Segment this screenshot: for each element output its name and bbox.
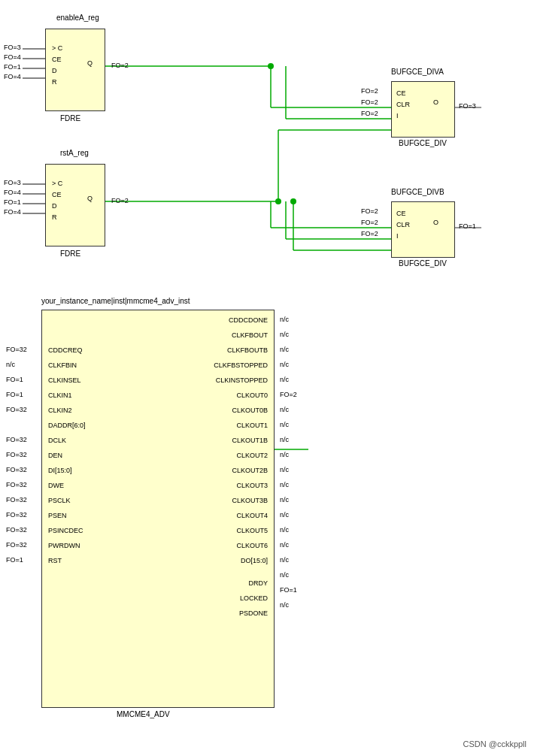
mmcme4-CLKIN1: CLKIN1 bbox=[48, 392, 72, 399]
mmcme4-r-nc3: n/c bbox=[280, 346, 289, 353]
enableA-Q-port: Q bbox=[87, 59, 93, 67]
mmcme4-CLKOUT2B: CLKOUT2B bbox=[232, 467, 268, 474]
mmcme4-DI: DI[15:0] bbox=[48, 467, 72, 474]
mmcme4-r-nc12: n/c bbox=[280, 496, 289, 503]
mmcme4-CLKOUT2: CLKOUT2 bbox=[236, 452, 268, 459]
enableA-reg-box: > C CE D R Q bbox=[45, 29, 105, 111]
rstA-R-port: R bbox=[52, 213, 57, 221]
bufgce-divb-I: I bbox=[396, 232, 399, 240]
mmcme4-l-fo13: FO=1 bbox=[6, 556, 23, 564]
mmcme4-CLKOUT4: CLKOUT4 bbox=[236, 512, 268, 519]
mmcme4-r-nc2: n/c bbox=[280, 331, 289, 338]
rstA-fo4: FO=4 bbox=[4, 208, 21, 216]
mmcme4-DO: DO[15:0] bbox=[241, 557, 268, 564]
bufgce-diva-I: I bbox=[396, 112, 399, 119]
mmcme4-sublabel: MMCME4_ADV bbox=[117, 710, 170, 718]
rstA-CE-port: CE bbox=[52, 191, 62, 198]
enableA-fo1: FO=3 bbox=[4, 44, 21, 51]
bufgce-diva-CE: CE bbox=[396, 89, 406, 97]
divb-fo3: FO=2 bbox=[361, 230, 378, 237]
mmcme4-CLKFBOUTB: CLKFBOUTB bbox=[227, 346, 268, 354]
rstA-reg-title: rstA_reg bbox=[60, 149, 89, 157]
diagram-container: enableA_reg > C CE D R Q FDRE FO=3 FO=4 … bbox=[0, 0, 534, 756]
mmcme4-r-nc10: n/c bbox=[280, 466, 289, 473]
enableA-fdre-label: FDRE bbox=[60, 114, 80, 122]
svg-point-7 bbox=[275, 198, 281, 204]
rstA-fo-q: FO=2 bbox=[111, 197, 129, 204]
mmcme4-CLKOUT3: CLKOUT3 bbox=[236, 482, 268, 489]
rstA-reg-box: > C CE D R Q bbox=[45, 164, 105, 246]
rstA-fdre-label: FDRE bbox=[60, 249, 80, 258]
mmcme4-CLKOUT6: CLKOUT6 bbox=[236, 542, 268, 549]
svg-point-1 bbox=[268, 63, 274, 69]
mmcme4-r-nc4: n/c bbox=[280, 361, 289, 368]
mmcme4-r-nc7: n/c bbox=[280, 421, 289, 428]
mmcme4-r-nc11: n/c bbox=[280, 481, 289, 488]
rstA-C-port: > C bbox=[52, 180, 62, 187]
enableA-D-port: D bbox=[52, 67, 57, 74]
mmcme4-r-nc8: n/c bbox=[280, 436, 289, 443]
mmcme4-r-nc6: n/c bbox=[280, 406, 289, 413]
svg-point-15 bbox=[290, 198, 296, 204]
rstA-fo1: FO=3 bbox=[4, 179, 21, 186]
mmcme4-PSDONE: PSDONE bbox=[239, 609, 268, 617]
diva-fo1: FO=2 bbox=[361, 87, 378, 95]
mmcme4-PSCLK: PSCLK bbox=[48, 497, 71, 504]
mmcme4-CLKFBSTOPPED: CLKFBSTOPPED bbox=[214, 361, 268, 369]
bufgce-diva-O: O bbox=[433, 98, 438, 106]
diva-fo2: FO=2 bbox=[361, 98, 378, 106]
mmcme4-l-fo6: FO=32 bbox=[6, 451, 27, 458]
mmcme4-r-nc5: n/c bbox=[280, 376, 289, 383]
enableA-fo2: FO=4 bbox=[4, 53, 21, 61]
rstA-D-port: D bbox=[52, 202, 57, 210]
bufgce-divb-box: CE CLR I O bbox=[391, 201, 455, 258]
mmcme4-box: CDDCREQ CLKFBIN CLKINSEL CLKIN1 CLKIN2 D… bbox=[41, 310, 275, 708]
mmcme4-l-fo1: FO=32 bbox=[6, 346, 27, 353]
mmcme4-instance-label: your_instance_name|inst|mmcme4_adv_inst bbox=[41, 297, 190, 305]
mmcme4-l-fo5: FO=32 bbox=[6, 436, 27, 443]
mmcme4-l-fo12: FO=32 bbox=[6, 541, 27, 549]
bufgce-diva-title: BUFGCE_DIVA bbox=[391, 68, 444, 76]
enableA-CE-port: CE bbox=[52, 56, 62, 63]
enableA-fo-q: FO=2 bbox=[111, 62, 129, 69]
divb-fo-out: FO=1 bbox=[459, 222, 476, 230]
mmcme4-CLKINSEL: CLKINSEL bbox=[48, 376, 81, 384]
mmcme4-CLKINSTOPPED: CLKINSTOPPED bbox=[216, 376, 268, 384]
mmcme4-r-fo2: FO=2 bbox=[280, 391, 297, 398]
rstA-fo2: FO=4 bbox=[4, 189, 21, 196]
bufgce-divb-CE: CE bbox=[396, 210, 406, 217]
mmcme4-DRDY: DRDY bbox=[248, 579, 268, 587]
mmcme4-DADDR: DADDR[6:0] bbox=[48, 422, 86, 429]
mmcme4-l-fo7: FO=32 bbox=[6, 466, 27, 473]
mmcme4-CLKFBOUT: CLKFBOUT bbox=[232, 331, 268, 339]
mmcme4-DCLK: DCLK bbox=[48, 437, 66, 444]
watermark: CSDN @cckkppll bbox=[463, 739, 526, 748]
mmcme4-l-fo2: FO=1 bbox=[6, 376, 23, 383]
bufgce-diva-box: CE CLR I O bbox=[391, 81, 455, 138]
mmcme4-CLKOUT1: CLKOUT1 bbox=[236, 422, 268, 429]
mmcme4-CLKFBIN: CLKFBIN bbox=[48, 361, 77, 369]
mmcme4-CLKOUT1B: CLKOUT1B bbox=[232, 437, 268, 444]
mmcme4-CLKOUT3B: CLKOUT3B bbox=[232, 497, 268, 504]
diva-fo-out: FO=3 bbox=[459, 102, 476, 110]
mmcme4-r-nc15: n/c bbox=[280, 541, 289, 549]
mmcme4-DWE: DWE bbox=[48, 482, 64, 489]
enableA-fo4: FO=4 bbox=[4, 73, 21, 80]
rstA-Q-port: Q bbox=[87, 195, 93, 202]
bufgce-diva-CLR: CLR bbox=[396, 101, 410, 108]
mmcme4-CLKOUT0: CLKOUT0 bbox=[236, 392, 268, 399]
divb-fo2: FO=2 bbox=[361, 219, 378, 226]
mmcme4-RST: RST bbox=[48, 557, 62, 564]
mmcme4-l-fo3: FO=1 bbox=[6, 391, 23, 398]
bufgce-diva-sublabel: BUFGCE_DIV bbox=[399, 139, 447, 147]
mmcme4-PSEN: PSEN bbox=[48, 512, 67, 519]
bufgce-divb-sublabel: BUFGCE_DIV bbox=[399, 259, 447, 268]
mmcme4-PSINCDEC: PSINCDEC bbox=[48, 527, 83, 534]
mmcme4-r-nc18: n/c bbox=[280, 601, 289, 609]
mmcme4-r-nc16: n/c bbox=[280, 556, 289, 564]
mmcme4-r-nc14: n/c bbox=[280, 526, 289, 534]
mmcme4-r-nc1: n/c bbox=[280, 316, 289, 323]
bufgce-divb-CLR: CLR bbox=[396, 221, 410, 228]
enableA-fo3: FO=1 bbox=[4, 63, 21, 71]
rstA-fo3: FO=1 bbox=[4, 198, 21, 206]
